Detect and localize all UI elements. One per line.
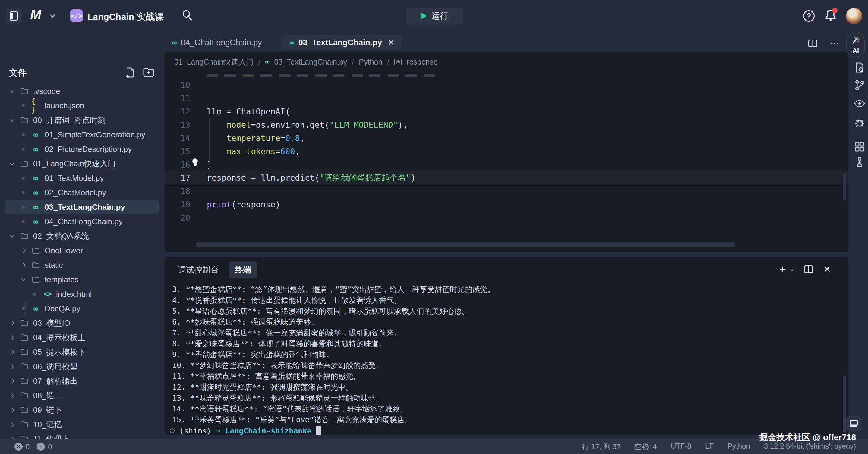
split-editor-icon[interactable]: [808, 39, 817, 48]
tree-item[interactable]: ∞ { } <> 09_链下: [0, 403, 164, 417]
divider: [172, 10, 173, 22]
eye-preview-icon[interactable]: [854, 97, 866, 110]
new-folder-button[interactable]: [143, 67, 154, 78]
tree-item-label: 01_TextModel.py: [44, 174, 104, 183]
tree-item[interactable]: ∞ { } <> 04_提示模板上: [0, 330, 164, 345]
code-editor[interactable]: 10 11 12 llm = ChatOpenAI( 13 model=os.e…: [165, 71, 848, 252]
code-token: response = llm.predict(: [207, 173, 319, 182]
status-item[interactable]: 行 17, 列 32: [582, 442, 620, 452]
debug-bug-icon[interactable]: [854, 117, 866, 129]
close-panel-icon[interactable]: ✕: [824, 264, 831, 275]
status-item[interactable]: 空格: 4: [634, 442, 657, 452]
tree-item[interactable]: ∞ { } <> 01_SimpleTextGeneration.py: [0, 127, 164, 142]
tree-marker: [8, 423, 16, 426]
more-actions-icon[interactable]: ⋯: [830, 38, 840, 49]
run-label: 运行: [431, 10, 448, 22]
status-item[interactable]: Python: [727, 442, 750, 452]
breadcrumb-symbol[interactable]: response: [407, 58, 438, 66]
terminal-prompt[interactable]: (shims) ➜ LangChain-shizhanke: [172, 425, 321, 435]
tree-item[interactable]: ∞ { } <> 02_文档QA系统: [0, 229, 164, 243]
terminal-scrollbar[interactable]: [843, 375, 846, 432]
file-search-icon[interactable]: [854, 62, 866, 74]
tree-item[interactable]: ∞ { } <> 08_链上: [0, 388, 164, 403]
chevron-down-icon[interactable]: [50, 13, 55, 18]
tree-item[interactable]: ∞ { } <> 01_TextModel.py: [0, 171, 164, 185]
breadcrumb-language[interactable]: Python: [359, 58, 382, 66]
tree-icon: ∞ { } <>: [20, 334, 29, 341]
breadcrumb-separator: /: [352, 58, 354, 66]
tree-item[interactable]: ∞ { } <> 01_LangChain快速入门: [0, 157, 164, 171]
indent-guide: [14, 244, 14, 316]
tree-item[interactable]: ∞ { } <> 05_提示模板下: [0, 345, 164, 359]
tree-item[interactable]: ∞ { } <> OneFlower: [0, 243, 164, 258]
editor-tab-strip: ∞ 04_ChatLongChain.py ∞ 03_TextLangChain…: [164, 34, 849, 51]
device-preview-button[interactable]: [846, 416, 862, 432]
marscode-logo[interactable]: M: [30, 7, 41, 22]
tree-item[interactable]: ∞ { } <> 04_ChatLongChain.py: [0, 214, 164, 229]
tree-item[interactable]: ∞ { } <> DocQA.py: [0, 301, 164, 316]
notifications-bell-icon[interactable]: [825, 9, 837, 22]
tab-03-textlangchain[interactable]: ∞ 03_TextLangChain.py ✕: [282, 35, 402, 50]
lab-flask-icon[interactable]: [854, 156, 866, 168]
tree-icon: ∞ { } <>: [31, 217, 41, 226]
split-terminal-icon[interactable]: [804, 265, 813, 273]
tree-item[interactable]: ∞ { } <> 03_模型IO: [0, 316, 164, 330]
breadcrumb-file[interactable]: 03_TextLangChain.py: [274, 58, 347, 66]
tree-item[interactable]: ∞ { } <> 07_解析输出: [0, 374, 164, 388]
tree-item[interactable]: ∞ { } <> 00_开篇词_奇点时刻: [0, 113, 164, 127]
apps-grid-icon[interactable]: [854, 141, 866, 153]
git-branch-icon[interactable]: [854, 79, 866, 91]
tab-04-chatlongchain[interactable]: ∞ 04_ChatLongChain.py: [164, 35, 270, 50]
terminal-line: 6. **妙味蛋糕店**: 强调蛋糕味道美妙。: [172, 317, 842, 328]
terminal-output[interactable]: 3. **悠蜜蛋糕店**: “悠”体现出悠然、惬意，“蜜”突出甜蜜，给人一种享受…: [172, 284, 842, 425]
new-file-button[interactable]: [125, 67, 136, 78]
chevron-down-icon[interactable]: [790, 267, 795, 272]
code-token: [207, 147, 226, 156]
terminal-line: 8. **爱之味蛋糕店**: 体现了对蛋糕的喜爱和其独特的味道。: [172, 338, 842, 349]
indent-guide: [14, 128, 14, 157]
breadcrumb-folder[interactable]: 01_LangChain快速入门: [174, 57, 253, 67]
user-avatar[interactable]: [846, 8, 862, 24]
status-item[interactable]: 3.12.2 64-bit ('shims': pyenv): [764, 442, 856, 452]
tab-debug-console[interactable]: 调试控制台: [172, 261, 225, 278]
lightbulb-icon[interactable]: [191, 159, 199, 166]
line-content: llm = ChatOpenAI(: [207, 107, 290, 116]
tree-icon: ∞ { } <>: [31, 188, 41, 197]
tree-item[interactable]: ∞ { } <> 11_代理上: [0, 432, 164, 439]
tree-marker: [19, 249, 27, 252]
tree-item[interactable]: ∞ { } <> .vscode: [0, 84, 164, 98]
status-item[interactable]: UTF-8: [671, 442, 691, 452]
tree-item[interactable]: ∞ { } <> 02_PictureDescription.py: [0, 142, 164, 157]
code-token: "LLM_MODELEND": [329, 120, 398, 130]
vertical-scrollbar[interactable]: [843, 174, 846, 201]
tree-marker: [8, 234, 16, 238]
tab-label: 04_ChatLongChain.py: [181, 38, 262, 48]
tree-item[interactable]: ∞ { } <> 10_记忆: [0, 417, 164, 432]
new-terminal-icon[interactable]: +: [780, 264, 786, 275]
workspace-name[interactable]: LangChain 实战课: [87, 11, 164, 23]
horizontal-scrollbar[interactable]: [196, 243, 735, 247]
run-button[interactable]: 运行: [406, 7, 463, 24]
problems-summary[interactable]: ✕ 0 ! 0: [14, 443, 56, 451]
help-icon[interactable]: ?: [803, 10, 815, 22]
tree-item[interactable]: ∞ { } <> 02_ChatModel.py: [0, 185, 164, 200]
status-item[interactable]: LF: [705, 442, 714, 452]
tree-item[interactable]: ∞ { } <> launch.json: [0, 98, 164, 113]
tree-item[interactable]: ∞ { } <> 06_调用模型: [0, 359, 164, 374]
tree-icon: ∞ { } <>: [20, 406, 29, 413]
code-token: temperature: [226, 134, 280, 143]
tab-terminal[interactable]: 终端: [229, 261, 257, 278]
tree-item[interactable]: ∞ { } <> index.html: [0, 287, 164, 301]
close-icon[interactable]: ✕: [388, 38, 394, 47]
search-icon[interactable]: [183, 10, 193, 21]
sidebar-toggle-button[interactable]: [6, 8, 22, 24]
tree-item[interactable]: ∞ { } <> static: [0, 258, 164, 272]
tree-item[interactable]: ∞ { } <> templates: [0, 272, 164, 287]
warnings-count: 0: [48, 443, 52, 451]
breadcrumb[interactable]: 01_LangChain快速入门 / ∞ 03_TextLangChain.py…: [174, 54, 438, 70]
tree-marker: [8, 408, 16, 412]
explorer-title: 文件: [9, 67, 27, 79]
line-number: 13: [165, 120, 190, 130]
tree-item[interactable]: ∞ { } <> 03_TextLangChain.py: [0, 200, 164, 214]
ai-assistant-button[interactable]: AI: [846, 33, 865, 57]
